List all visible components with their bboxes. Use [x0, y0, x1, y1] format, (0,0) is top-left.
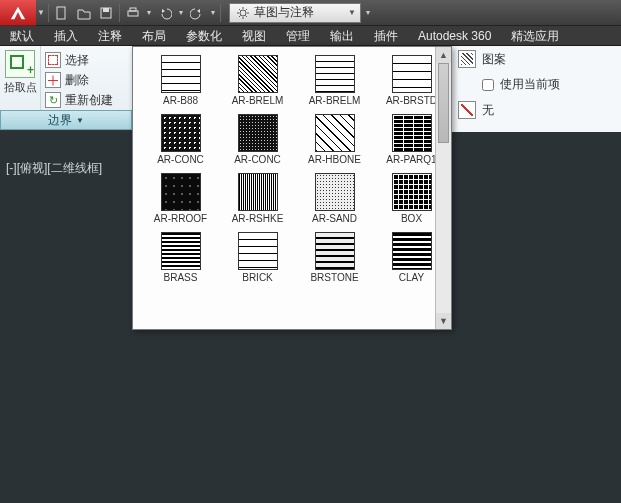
select-icon — [45, 52, 61, 68]
hatch-item[interactable]: BRASS — [145, 232, 216, 283]
hatch-label: AR-BRSTD — [386, 95, 437, 106]
hatch-pattern-dropdown: AR-B88AR-BRELMAR-BRELMAR-BRSTDAR-CONCAR-… — [132, 46, 452, 330]
hatch-swatch — [315, 114, 355, 152]
redo-dropdown[interactable]: ▾ — [208, 0, 218, 26]
tab-insert[interactable]: 插入 — [44, 26, 88, 46]
hatch-label: AR-HBONE — [308, 154, 361, 165]
hatch-item[interactable]: BRSTONE — [299, 232, 370, 283]
use-current-checkbox[interactable] — [482, 79, 494, 91]
hatch-item[interactable]: AR-CONC — [145, 114, 216, 165]
pick-point-button[interactable] — [5, 50, 35, 78]
select-button[interactable]: 选择 — [45, 50, 128, 70]
redo-icon[interactable] — [188, 4, 206, 22]
hatch-label: AR-SAND — [312, 213, 357, 224]
scroll-thumb[interactable] — [438, 63, 449, 143]
tab-manage[interactable]: 管理 — [276, 26, 320, 46]
none-icon — [458, 101, 476, 119]
hatch-item[interactable]: AR-B88 — [145, 55, 216, 106]
delete-icon — [45, 72, 61, 88]
separator — [220, 4, 221, 22]
hatch-label: AR-BRELM — [309, 95, 361, 106]
hatch-swatch — [315, 173, 355, 211]
tab-featured[interactable]: 精选应用 — [501, 26, 569, 46]
scrollbar[interactable]: ▲ ▼ — [435, 47, 451, 329]
scroll-down-icon[interactable]: ▼ — [436, 313, 451, 329]
svg-rect-2 — [103, 8, 109, 12]
hatch-item[interactable]: AR-RROOF — [145, 173, 216, 224]
svg-rect-3 — [128, 11, 138, 16]
hatch-label: AR-RSHKE — [232, 213, 284, 224]
recreate-icon — [45, 92, 61, 108]
qat-overflow[interactable]: ▾ — [363, 0, 373, 26]
hatch-label: BRICK — [242, 272, 273, 283]
boundary-panel-title[interactable]: 边界▼ — [0, 110, 132, 130]
quick-access-toolbar: ▼ ▾ ▾ ▾ 草图与注释 ▼ ▾ — [0, 0, 621, 26]
hatch-swatch — [161, 114, 201, 152]
ribbon-tabs: 默认 插入 注释 布局 参数化 视图 管理 输出 插件 Autodesk 360… — [0, 26, 621, 46]
hatch-swatch — [161, 55, 201, 93]
open-icon[interactable] — [75, 4, 93, 22]
hatch-swatch — [392, 114, 432, 152]
tab-annotate[interactable]: 注释 — [88, 26, 132, 46]
scroll-up-icon[interactable]: ▲ — [436, 47, 451, 63]
gear-icon — [236, 6, 250, 20]
recreate-button[interactable]: 重新创建 — [45, 90, 128, 110]
new-icon[interactable] — [53, 4, 71, 22]
svg-rect-0 — [57, 7, 65, 19]
undo-icon[interactable] — [156, 4, 174, 22]
tab-parametric[interactable]: 参数化 — [176, 26, 232, 46]
pick-point-label: 拾取点 — [4, 80, 37, 95]
hatch-swatch — [392, 232, 432, 270]
hatch-label: AR-RROOF — [154, 213, 207, 224]
hatch-swatch — [315, 55, 355, 93]
hatch-swatch — [238, 55, 278, 93]
hatch-label: AR-CONC — [157, 154, 204, 165]
tab-autodesk360[interactable]: Autodesk 360 — [408, 26, 501, 46]
print-dropdown[interactable]: ▾ — [144, 0, 154, 26]
undo-dropdown[interactable]: ▾ — [176, 0, 186, 26]
chevron-down-icon: ▼ — [76, 116, 84, 125]
hatch-label: CLAY — [399, 272, 424, 283]
hatch-swatch — [392, 55, 432, 93]
hatch-label: AR-CONC — [234, 154, 281, 165]
print-icon[interactable] — [124, 4, 142, 22]
svg-rect-4 — [130, 8, 136, 11]
hatch-options-pane: 图案 使用当前项 无 — [451, 46, 621, 132]
hatch-label: BOX — [401, 213, 422, 224]
workspace-selector[interactable]: 草图与注释 ▼ — [229, 3, 361, 23]
hatch-item[interactable]: BRICK — [222, 232, 293, 283]
hatch-swatch — [315, 232, 355, 270]
hatch-swatch — [238, 114, 278, 152]
hatch-item[interactable]: AR-CONC — [222, 114, 293, 165]
separator — [48, 4, 49, 22]
tab-default[interactable]: 默认 — [0, 26, 44, 46]
tab-view[interactable]: 视图 — [232, 26, 276, 46]
tab-addins[interactable]: 插件 — [364, 26, 408, 46]
workspace-label: 草图与注释 — [254, 4, 314, 21]
hatch-label: AR-BRELM — [232, 95, 284, 106]
hatch-swatch — [161, 232, 201, 270]
use-current-row[interactable]: 使用当前项 — [452, 72, 621, 97]
app-logo[interactable] — [0, 0, 36, 26]
hatch-label: AR-B88 — [163, 95, 198, 106]
hatch-item[interactable]: AR-RSHKE — [222, 173, 293, 224]
app-menu-dropdown[interactable]: ▼ — [36, 0, 46, 26]
hatch-label: BRASS — [164, 272, 198, 283]
pattern-icon — [458, 50, 476, 68]
svg-point-5 — [240, 10, 246, 16]
save-icon[interactable] — [97, 4, 115, 22]
hatch-swatch — [238, 173, 278, 211]
hatch-item[interactable]: AR-BRELM — [222, 55, 293, 106]
hatch-item[interactable]: AR-HBONE — [299, 114, 370, 165]
separator — [119, 4, 120, 22]
hatch-swatch — [238, 232, 278, 270]
pattern-row[interactable]: 图案 — [452, 46, 621, 72]
none-row[interactable]: 无 — [452, 97, 621, 123]
tab-output[interactable]: 输出 — [320, 26, 364, 46]
hatch-item[interactable]: AR-BRELM — [299, 55, 370, 106]
delete-button[interactable]: 删除 — [45, 70, 128, 90]
tab-layout[interactable]: 布局 — [132, 26, 176, 46]
hatch-label: BRSTONE — [310, 272, 358, 283]
hatch-item[interactable]: AR-SAND — [299, 173, 370, 224]
chevron-down-icon: ▼ — [348, 8, 356, 17]
